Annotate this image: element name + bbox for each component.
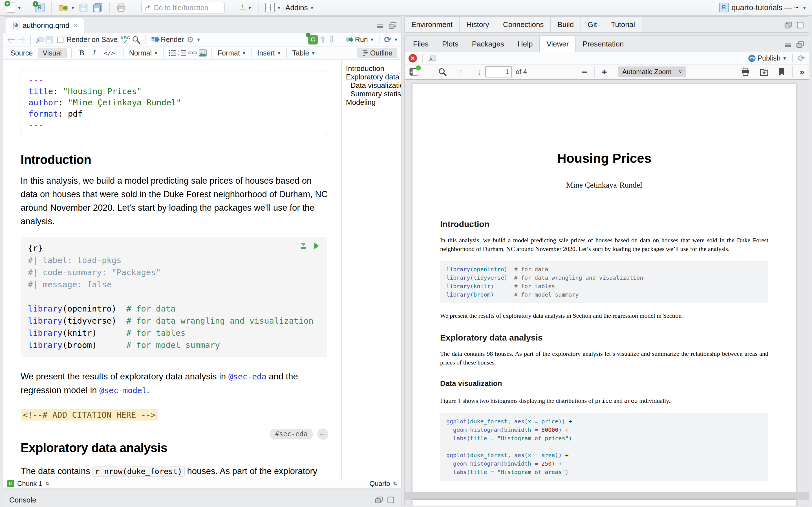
goto-file-input[interactable] bbox=[153, 3, 221, 12]
save-button[interactable] bbox=[78, 3, 89, 12]
tab-packages[interactable]: Packages bbox=[465, 36, 511, 52]
search-icon[interactable] bbox=[132, 36, 140, 44]
zoom-level-select[interactable]: Automatic Zoom ˅ bbox=[618, 66, 686, 77]
forward-icon[interactable]: 🡢 bbox=[17, 35, 26, 45]
yaml-front-matter[interactable]: ---title: "Housing Prices"author: "Mine … bbox=[20, 70, 327, 135]
intro-paragraph[interactable]: In this analysis, we build a model predi… bbox=[20, 174, 328, 228]
bullet-list-icon[interactable] bbox=[168, 49, 176, 57]
intro-heading[interactable]: Introduction bbox=[20, 153, 329, 167]
eda-heading[interactable]: Exploratory data analysis bbox=[20, 441, 329, 455]
tab-git[interactable]: Git bbox=[581, 17, 604, 33]
version-control-button[interactable]: ＋— ▾ bbox=[239, 3, 252, 12]
run-chunk-icon[interactable] bbox=[313, 242, 320, 249]
pdf-download-icon[interactable] bbox=[760, 68, 769, 76]
run-previous-icon[interactable]: ⇧ bbox=[319, 35, 326, 45]
link-icon[interactable] bbox=[188, 49, 197, 57]
close-tab-icon[interactable]: × bbox=[73, 21, 77, 29]
maximize-console-icon[interactable] bbox=[387, 497, 395, 503]
visual-editor-canvas[interactable]: ---title: "Housing Prices"author: "Mine … bbox=[3, 60, 342, 479]
outline-item-eda[interactable]: Exploratory data … bbox=[346, 73, 401, 81]
tab-viewer[interactable]: Viewer bbox=[539, 36, 576, 52]
format-nav-icon[interactable]: ⇅ bbox=[393, 481, 397, 487]
tab-plots[interactable]: Plots bbox=[435, 36, 465, 52]
tab-help[interactable]: Help bbox=[511, 36, 539, 52]
spellcheck-button[interactable]: ABC ✓ bbox=[120, 36, 131, 44]
save-all-button[interactable] bbox=[92, 3, 103, 13]
maximize-env-pane-icon[interactable] bbox=[796, 22, 804, 29]
new-file-button[interactable]: + ▾ bbox=[6, 2, 22, 13]
outline-toggle-button[interactable]: Outline bbox=[357, 48, 397, 58]
section-menu-button[interactable]: ··· bbox=[317, 429, 328, 440]
pdf-previous-page-icon[interactable]: ↑ bbox=[459, 67, 463, 76]
pdf-viewer-area[interactable]: Housing Prices Mine Çetinkaya-Rundel Int… bbox=[405, 80, 809, 506]
minimize-pane-icon[interactable] bbox=[376, 22, 385, 29]
restore-env-pane-icon[interactable] bbox=[784, 22, 793, 29]
console-title[interactable]: Console bbox=[9, 496, 36, 504]
chunk-position-label[interactable]: Chunk 1 bbox=[17, 480, 42, 488]
insert-menu[interactable]: Insert ▾ bbox=[256, 48, 282, 58]
tab-files[interactable]: Files bbox=[406, 36, 435, 52]
tab-connections[interactable]: Connections bbox=[496, 17, 551, 33]
visual-mode-button[interactable]: Visual bbox=[38, 48, 66, 58]
clear-viewer-icon[interactable]: ✕ bbox=[409, 54, 417, 62]
tab-authoring-qmd[interactable]: authoring.qmd × bbox=[6, 18, 84, 33]
run-chunks-above-icon[interactable] bbox=[300, 242, 307, 249]
italic-button[interactable]: I bbox=[89, 48, 99, 58]
new-project-button[interactable]: R+ bbox=[34, 2, 46, 13]
source-mode-button[interactable]: Source bbox=[7, 48, 36, 58]
open-file-button[interactable]: ▾ bbox=[57, 3, 75, 12]
run-next-icon[interactable]: ⇩ bbox=[328, 35, 335, 45]
publish-button[interactable]: Publish ▾ bbox=[747, 54, 787, 63]
numbered-list-icon[interactable]: 1 2 bbox=[178, 49, 187, 57]
project-selector[interactable]: R quarto-tutorials — ~ ▾ bbox=[719, 0, 806, 15]
citation-comment-line[interactable]: <!--# ADD CITATION HERE --> bbox=[20, 409, 329, 420]
pdf-sidebar-toggle[interactable] bbox=[409, 68, 419, 76]
pdf-search-icon[interactable] bbox=[438, 67, 447, 76]
back-icon[interactable]: 🡠 bbox=[7, 35, 15, 45]
outline-item-introduction[interactable]: Introduction bbox=[346, 64, 401, 73]
goto-file-search[interactable] bbox=[141, 2, 225, 13]
save-icon[interactable] bbox=[45, 36, 53, 44]
run-button[interactable]: Run ▾ bbox=[345, 35, 374, 44]
page-number-input[interactable] bbox=[485, 66, 512, 77]
chunk-nav-icon[interactable]: ⇅ bbox=[45, 481, 49, 487]
bold-button[interactable]: B bbox=[76, 48, 88, 58]
pdf-print-icon[interactable] bbox=[741, 68, 750, 76]
tab-tutorial[interactable]: Tutorial bbox=[604, 17, 642, 33]
paragraph-style-dropdown[interactable]: Normal ▾ bbox=[128, 48, 158, 58]
render-on-save-checkbox[interactable] bbox=[57, 37, 63, 43]
refresh-viewer-icon[interactable]: ⟳ bbox=[798, 53, 805, 63]
r-code-chunk[interactable]: {r}#| label: load-pkgs#| code-summary: "… bbox=[20, 237, 327, 357]
zoom-in-icon[interactable]: + bbox=[601, 67, 607, 76]
present-paragraph[interactable]: We present the results of exploratory da… bbox=[20, 370, 328, 397]
pdf-bookmark-icon[interactable] bbox=[778, 68, 785, 76]
section-id-badge[interactable]: #sec-eda bbox=[270, 429, 313, 439]
render-settings-gear-icon[interactable]: ⚙ bbox=[187, 35, 194, 44]
print-button[interactable] bbox=[115, 3, 127, 12]
pdf-next-page-icon[interactable]: ↓ bbox=[477, 67, 481, 76]
zoom-out-icon[interactable]: − bbox=[581, 67, 587, 76]
outline-item-modeling[interactable]: Modeling bbox=[346, 98, 401, 107]
insert-chunk-button[interactable]: C + bbox=[308, 35, 318, 45]
popout-icon[interactable] bbox=[35, 36, 44, 44]
table-menu[interactable]: Table ▾ bbox=[291, 48, 316, 58]
minimize-console-icon[interactable] bbox=[375, 497, 383, 503]
tab-environment[interactable]: Environment bbox=[405, 17, 460, 33]
pdf-more-tools-icon[interactable]: » bbox=[800, 67, 804, 76]
data-paragraph[interactable]: The data contains r nrow(duke_forest) ho… bbox=[20, 464, 328, 479]
minimize-viewer-pane-icon[interactable] bbox=[784, 41, 793, 48]
viewer-popout-icon[interactable] bbox=[428, 54, 436, 62]
document-format-label[interactable]: Quarto bbox=[370, 480, 390, 488]
outline-item-data-visualization[interactable]: Data visualization bbox=[346, 81, 401, 90]
code-format-button[interactable]: </> bbox=[100, 49, 118, 57]
addins-button[interactable]: Addins ▾ bbox=[284, 3, 314, 13]
tab-history[interactable]: History bbox=[460, 17, 496, 33]
format-menu[interactable]: Format ▾ bbox=[216, 48, 247, 58]
tab-presentation[interactable]: Presentation bbox=[576, 36, 630, 52]
render-on-save-toggle[interactable]: Render on Save bbox=[55, 35, 119, 44]
rerun-icon[interactable]: ⟳ bbox=[384, 35, 391, 45]
tab-build[interactable]: Build bbox=[551, 17, 581, 33]
image-icon[interactable] bbox=[199, 49, 207, 57]
maximize-pane-icon[interactable] bbox=[388, 22, 397, 29]
render-button[interactable]: Render bbox=[150, 35, 185, 44]
